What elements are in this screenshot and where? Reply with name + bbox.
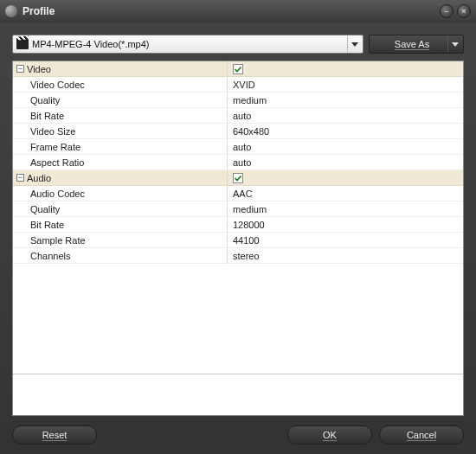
reset-button[interactable]: Reset — [12, 425, 97, 444]
property-key: Bit Rate — [30, 220, 64, 230]
collapse-icon[interactable]: − — [16, 65, 24, 73]
property-row[interactable]: Qualitymedium — [13, 201, 463, 217]
property-value: medium — [233, 95, 267, 106]
property-key: Channels — [30, 251, 70, 261]
clapboard-icon — [16, 39, 29, 49]
group-checkbox[interactable] — [233, 64, 243, 74]
group-label: Audio — [27, 173, 51, 183]
property-row[interactable]: Bit Rate128000 — [13, 217, 463, 233]
property-value: auto — [233, 142, 251, 152]
property-key: Video Codec — [30, 80, 85, 90]
close-button[interactable]: × — [457, 4, 471, 18]
profile-dropdown[interactable]: MP4-MPEG-4 Video(*.mp4) — [12, 35, 363, 54]
property-row[interactable]: Qualitymedium — [13, 93, 463, 108]
collapse-icon[interactable]: − — [16, 174, 24, 182]
property-value: stereo — [233, 251, 260, 261]
minimize-button[interactable]: – — [440, 4, 453, 18]
property-row[interactable]: Sample Rate44100 — [13, 233, 463, 248]
titlebar[interactable]: Profile – × — [0, 0, 476, 22]
property-value: auto — [233, 157, 251, 168]
group-row-video[interactable]: −Video — [13, 61, 463, 77]
property-row[interactable]: Video CodecXVID — [13, 77, 463, 93]
property-key: Quality — [30, 95, 60, 106]
property-row[interactable]: Bit Rateauto — [13, 108, 463, 124]
group-checkbox[interactable] — [233, 173, 243, 183]
ok-button[interactable]: OK — [287, 425, 372, 444]
group-row-audio[interactable]: −Audio — [13, 170, 463, 186]
chevron-down-icon — [347, 36, 361, 52]
profile-dialog: Profile – × MP4-MPEG-4 Video(*.mp4) Save… — [0, 0, 476, 454]
property-value: XVID — [233, 80, 255, 90]
property-key: Video Size — [30, 126, 75, 137]
property-grid: −VideoVideo CodecXVIDQualitymediumBit Ra… — [12, 61, 464, 416]
property-value: 640x480 — [233, 126, 269, 137]
save-as-label: Save As — [376, 39, 447, 49]
window-title: Profile — [23, 5, 434, 17]
property-value: medium — [233, 204, 267, 214]
cancel-button[interactable]: Cancel — [379, 425, 464, 444]
property-row[interactable]: Channelsstereo — [13, 248, 463, 264]
chevron-down-icon — [447, 36, 461, 52]
save-as-button[interactable]: Save As — [369, 35, 464, 54]
property-key: Quality — [30, 204, 60, 214]
property-key: Bit Rate — [30, 111, 64, 121]
app-icon — [5, 5, 17, 17]
property-value: auto — [233, 111, 251, 121]
property-value: 44100 — [233, 235, 260, 246]
property-value: 128000 — [233, 220, 265, 230]
profile-dropdown-label: MP4-MPEG-4 Video(*.mp4) — [32, 39, 344, 49]
property-row[interactable]: Video Size640x480 — [13, 124, 463, 139]
property-row[interactable]: Audio CodecAAC — [13, 186, 463, 201]
property-key: Sample Rate — [30, 235, 86, 246]
property-key: Frame Rate — [30, 142, 80, 152]
property-row[interactable]: Frame Rateauto — [13, 139, 463, 155]
property-row[interactable]: Aspect Ratioauto — [13, 155, 463, 170]
property-value: AAC — [233, 189, 253, 199]
property-key: Aspect Ratio — [30, 157, 84, 168]
property-key: Audio Codec — [30, 189, 85, 199]
group-label: Video — [27, 64, 51, 74]
description-panel — [13, 374, 463, 415]
